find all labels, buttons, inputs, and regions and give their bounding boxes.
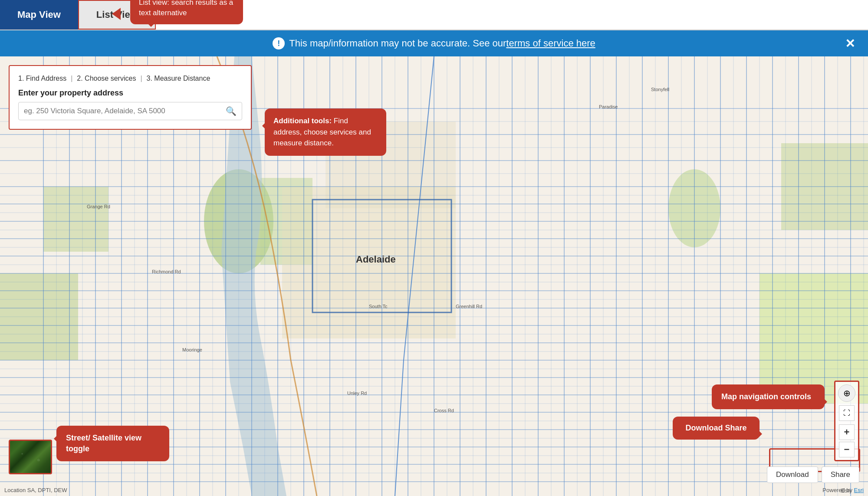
esri-link[interactable]: Esri: [854, 487, 864, 493]
step-divider-1: |: [71, 75, 72, 82]
step-3: 3. Measure Distance: [147, 75, 210, 82]
svg-text:Paradise: Paradise: [599, 104, 618, 109]
tooltip-tools-title: Additional tools:: [273, 117, 332, 125]
search-panel: 1. Find Address | 2. Choose services | 3…: [9, 65, 252, 130]
tooltip-download-share: Download Share: [673, 417, 760, 440]
share-button[interactable]: Share: [822, 466, 859, 483]
footer-powered-by: Powered by: [822, 487, 854, 493]
search-input[interactable]: [24, 107, 226, 115]
satellite-toggle-button[interactable]: [9, 440, 52, 474]
tooltip-satellite: Street/ Satellite view toggle: [56, 426, 169, 461]
svg-text:Stonyfell: Stonyfell: [651, 87, 669, 92]
tab-map-view[interactable]: Map View: [0, 0, 78, 30]
step-divider-2: |: [140, 75, 142, 82]
svg-text:Adelaide: Adelaide: [356, 254, 396, 265]
map-nav-controls: ⊕ ⛶ + −: [834, 381, 859, 461]
compass-button[interactable]: ⊕: [838, 384, 855, 402]
notice-banner: ! This map/information may not be accura…: [0, 30, 868, 56]
map-footer-left: Location SA, DPTI, DEW: [4, 487, 67, 493]
svg-text:Richmond Rd: Richmond Rd: [152, 269, 181, 274]
tooltip-list-view: List view: search results as a text alte…: [130, 0, 243, 24]
zoom-in-button[interactable]: +: [839, 424, 855, 440]
svg-text:Cross Rd: Cross Rd: [434, 408, 454, 413]
expand-button[interactable]: ⛶: [839, 405, 855, 421]
tooltip-nav-controls: Map navigation controls: [712, 384, 825, 409]
svg-text:Unley Rd: Unley Rd: [347, 391, 367, 396]
search-button[interactable]: 🔍: [226, 106, 237, 116]
search-input-row: 🔍: [18, 102, 242, 120]
download-button[interactable]: Download: [767, 466, 818, 483]
notice-text: This map/information may not be accurate…: [289, 38, 506, 49]
close-notice-button[interactable]: ✕: [845, 36, 855, 51]
info-icon: !: [273, 37, 285, 49]
download-share-row: Download Share: [767, 466, 859, 483]
map-footer-right: Powered by Esri: [822, 487, 864, 493]
tooltip-arrow: [112, 8, 121, 20]
svg-rect-2: [43, 187, 108, 252]
search-steps: 1. Find Address | 2. Choose services | 3…: [18, 75, 242, 82]
map-container: Adelaide Coach Rd Grange Rd Richmond Rd …: [0, 56, 868, 496]
satellite-thumbnail: [10, 441, 51, 473]
svg-text:Mooringe: Mooringe: [182, 347, 202, 352]
step-1: 1. Find Address: [18, 75, 66, 82]
notice-link[interactable]: terms of service here: [506, 38, 595, 49]
svg-text:South Tc: South Tc: [369, 304, 388, 309]
zoom-out-button[interactable]: −: [839, 442, 855, 457]
step-2: 2. Choose services: [77, 75, 136, 82]
header-tabs: Map View List View List view: search res…: [0, 0, 868, 30]
tooltip-additional-tools: Additional tools: Find address, choose s…: [265, 108, 386, 156]
search-label: Enter your property address: [18, 89, 242, 98]
svg-text:Grange Rd: Grange Rd: [87, 204, 110, 209]
svg-text:Greenhill Rd: Greenhill Rd: [456, 304, 482, 309]
